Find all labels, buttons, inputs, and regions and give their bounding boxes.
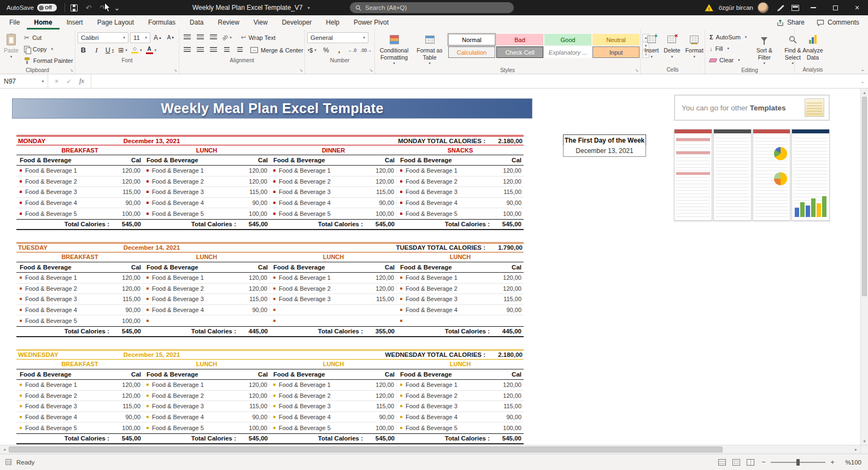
meal-cal-cell[interactable]: 120,00: [109, 178, 143, 185]
meal-item-cell[interactable]: Food & Beverage 3: [143, 189, 236, 195]
meal-cal-cell[interactable]: 90,00: [490, 307, 524, 313]
food-header-cell[interactable]: Food & Beverage: [270, 264, 363, 271]
meal-item-cell[interactable]: Food & Beverage 1: [270, 381, 363, 388]
section-total-value-cell[interactable]: 545,00: [490, 435, 524, 442]
section-total-value-cell[interactable]: 545,00: [109, 328, 143, 334]
cal-header-cell[interactable]: Cal: [236, 157, 270, 163]
section-total-label-cell[interactable]: Total Calories :: [397, 221, 490, 227]
page-layout-view-button[interactable]: [732, 459, 740, 466]
section-total-label-cell[interactable]: Total Calories :: [270, 221, 363, 227]
paste-button[interactable]: Paste: [2, 31, 20, 60]
insert-cells-button[interactable]: Insert: [643, 31, 660, 60]
meal-item-cell[interactable]: Food & Beverage 3: [16, 189, 109, 195]
templates-promo-box[interactable]: You can go for other Templates: [674, 95, 830, 121]
increase-font-size-button[interactable]: A▲: [152, 32, 163, 43]
borders-button[interactable]: ⊞: [117, 45, 128, 56]
comma-style-button[interactable]: ,: [333, 45, 345, 56]
day-name-cell[interactable]: WEDNESDAY: [16, 351, 98, 358]
meal-item-cell[interactable]: Food & Beverage 4: [16, 414, 109, 420]
vertical-scrollbar[interactable]: ▴ ▾: [860, 89, 868, 445]
meal-item-cell[interactable]: Food & Beverage 3: [16, 296, 109, 302]
food-header-cell[interactable]: Food & Beverage: [16, 371, 109, 378]
meal-cal-cell[interactable]: 115,00: [363, 403, 397, 409]
cal-header-cell[interactable]: Cal: [236, 371, 270, 378]
clear-button[interactable]: Clear: [707, 55, 749, 66]
section-title-cell[interactable]: DINNER: [270, 147, 397, 154]
meal-item-cell[interactable]: Food & Beverage 3: [397, 296, 490, 302]
fill-color-button[interactable]: ◇: [130, 45, 143, 56]
meal-item-cell[interactable]: Food & Beverage 3: [397, 403, 490, 409]
section-title-cell[interactable]: BREAKFAST: [16, 147, 143, 154]
meal-cal-cell[interactable]: 115,00: [490, 189, 524, 195]
zoom-out-button[interactable]: −: [761, 458, 766, 466]
search-box[interactable]: Search (Alt+Q): [350, 2, 514, 13]
day-total-value-cell[interactable]: 2.180,00: [485, 351, 524, 358]
day-date-cell[interactable]: December 15, 2021: [98, 351, 205, 358]
meal-item-cell[interactable]: Food & Beverage 4: [16, 307, 109, 313]
number-format-select[interactable]: General▾: [307, 32, 368, 43]
horizontal-scrollbar[interactable]: ◂ ▸: [0, 445, 860, 454]
meal-item-cell[interactable]: Food & Beverage 3: [270, 403, 363, 409]
section-total-value-cell[interactable]: 545,00: [363, 435, 397, 442]
section-total-value-cell[interactable]: 355,00: [363, 328, 397, 334]
meal-cal-cell[interactable]: 120,00: [109, 392, 143, 399]
tab-home[interactable]: Home: [27, 15, 59, 30]
meal-item-cell[interactable]: Food & Beverage 3: [270, 189, 363, 195]
meal-item-cell[interactable]: Food & Beverage 3: [16, 403, 109, 409]
cal-header-cell[interactable]: Cal: [490, 264, 524, 271]
clipboard-dialog-launcher-icon[interactable]: ↘: [69, 68, 73, 73]
decrease-font-size-button[interactable]: A▼: [165, 32, 177, 43]
meal-item-cell[interactable]: Food & Beverage 2: [397, 285, 490, 292]
meal-cal-cell[interactable]: 115,00: [236, 403, 270, 409]
meal-item-cell[interactable]: Food & Beverage 4: [143, 307, 236, 313]
cal-header-cell[interactable]: Cal: [490, 157, 524, 163]
section-total-label-cell[interactable]: Total Calories :: [397, 328, 490, 334]
template-thumbnail-2[interactable]: [713, 129, 752, 221]
meal-item-cell[interactable]: Food & Beverage 4: [143, 199, 236, 206]
section-title-cell[interactable]: LUNCH: [270, 361, 397, 367]
section-title-cell[interactable]: SNACKS: [397, 147, 524, 154]
page-break-view-button[interactable]: [747, 459, 754, 466]
scroll-right-icon[interactable]: ▸: [852, 447, 860, 452]
style-neutral[interactable]: Neutral: [593, 34, 640, 45]
meal-cal-cell[interactable]: 115,00: [236, 189, 270, 195]
underline-button[interactable]: U: [104, 45, 115, 56]
day-total-label-cell[interactable]: MONDAY TOTAL CALORIES :: [398, 138, 485, 144]
meal-cal-cell[interactable]: 90,00: [109, 307, 143, 313]
meal-item-cell[interactable]: Food & Beverage 1: [270, 167, 363, 174]
meal-item-cell[interactable]: Food & Beverage 5: [270, 425, 363, 431]
section-title-cell[interactable]: LUNCH: [143, 361, 270, 367]
meal-item-cell[interactable]: Food & Beverage 2: [143, 285, 236, 292]
zoom-in-button[interactable]: +: [830, 458, 835, 466]
meal-item-cell[interactable]: Food & Beverage 5: [397, 425, 490, 431]
share-button[interactable]: Share: [777, 19, 805, 26]
tab-data[interactable]: Data: [183, 15, 210, 30]
cal-header-cell[interactable]: Cal: [109, 157, 143, 163]
orientation-button[interactable]: ab: [221, 32, 233, 43]
meal-cal-cell[interactable]: 115,00: [109, 403, 143, 409]
tab-developer[interactable]: Developer: [275, 15, 319, 30]
food-header-cell[interactable]: Food & Beverage: [270, 371, 363, 378]
tab-insert[interactable]: Insert: [60, 15, 90, 30]
section-total-value-cell[interactable]: 545,00: [109, 435, 143, 442]
food-header-cell[interactable]: Food & Beverage: [16, 157, 109, 163]
tab-view[interactable]: View: [247, 15, 275, 30]
font-name-select[interactable]: Calibri▾: [78, 32, 128, 43]
meal-item-cell[interactable]: Food & Beverage 4: [397, 199, 490, 206]
section-total-label-cell[interactable]: Total Calories :: [270, 328, 363, 334]
meal-cal-cell[interactable]: 120,00: [490, 178, 524, 185]
merge-center-button[interactable]: ↔Merge & Center: [248, 45, 312, 56]
meal-item-cell[interactable]: Food & Beverage 1: [143, 381, 236, 388]
meal-cal-cell[interactable]: 90,00: [109, 414, 143, 420]
tab-review[interactable]: Review: [210, 15, 246, 30]
food-header-cell[interactable]: Food & Beverage: [397, 264, 490, 271]
section-total-label-cell[interactable]: Total Calories :: [16, 435, 109, 442]
font-color-button[interactable]: A: [145, 45, 158, 56]
meal-cal-cell[interactable]: 100,00: [490, 425, 524, 431]
meal-cal-cell[interactable]: 90,00: [236, 307, 270, 313]
formula-input[interactable]: [91, 74, 857, 88]
cut-button[interactable]: ✂Cut: [22, 32, 75, 43]
warning-icon[interactable]: !: [705, 4, 713, 11]
food-header-cell[interactable]: Food & Beverage: [143, 157, 236, 163]
undo-button[interactable]: ↶: [81, 1, 96, 14]
